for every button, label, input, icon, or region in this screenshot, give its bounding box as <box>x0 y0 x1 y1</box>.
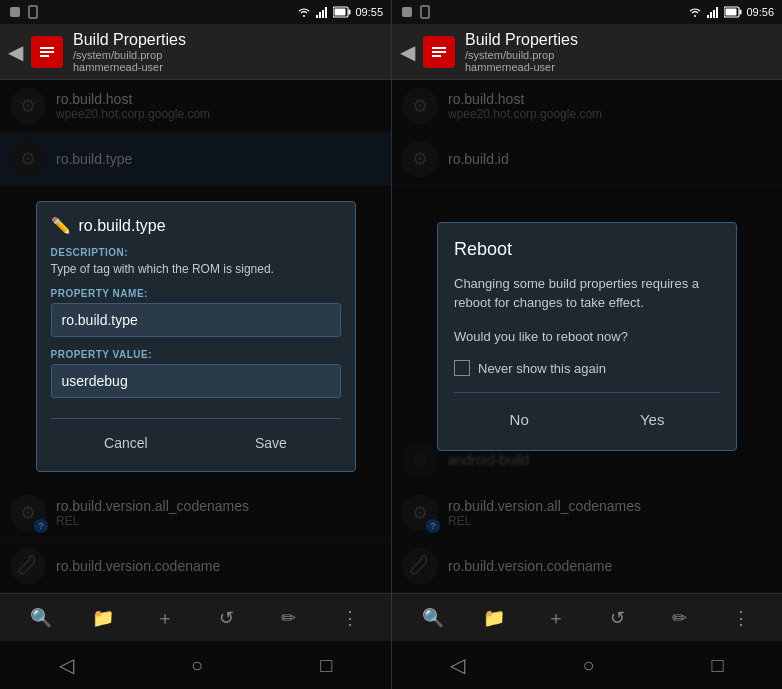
svg-rect-1 <box>13 13 17 17</box>
app-icon-left <box>31 36 63 68</box>
checkbox-row: Never show this again <box>454 360 720 376</box>
back-nav-right[interactable]: ◁ <box>450 653 465 677</box>
svg-rect-25 <box>432 47 446 49</box>
recent-nav-left[interactable]: □ <box>320 654 332 677</box>
reboot-buttons: No Yes <box>454 405 720 434</box>
back-arrow-right[interactable]: ◀ <box>400 40 415 64</box>
svg-rect-16 <box>421 6 429 18</box>
wifi-icon <box>297 5 311 19</box>
reboot-divider <box>454 392 720 393</box>
yes-button[interactable]: Yes <box>612 405 692 434</box>
status-right-right: 09:56 <box>688 5 774 19</box>
nav-bar-left: ◁ ○ □ <box>0 641 391 689</box>
svg-rect-9 <box>335 9 346 16</box>
never-show-checkbox[interactable] <box>454 360 470 376</box>
home-nav-left[interactable]: ○ <box>191 654 203 677</box>
signal-icon-r <box>706 5 720 19</box>
more-toolbar-icon[interactable]: ⋮ <box>334 602 366 634</box>
edit-dialog-title: ✏️ ro.build.type <box>51 216 341 235</box>
notification-icon <box>8 5 22 19</box>
folder-toolbar-icon-r[interactable]: 📁 <box>478 602 510 634</box>
svg-rect-19 <box>713 10 715 18</box>
recent-nav-right[interactable]: □ <box>711 654 723 677</box>
status-bar-left: 09:55 <box>0 0 391 24</box>
app-title-left: Build Properties <box>73 31 383 49</box>
property-value-input[interactable] <box>51 364 341 398</box>
left-panel: 09:55 ◀ Build Properties /system/build.p… <box>0 0 391 689</box>
property-name-label: PROPERTY NAME: <box>51 288 341 299</box>
right-panel: 09:56 ◀ Build Properties /system/build.p… <box>391 0 782 689</box>
nav-bar-right: ◁ ○ □ <box>392 641 782 689</box>
status-icons-right <box>400 5 432 19</box>
status-icons-left <box>8 5 40 19</box>
status-bar-right: 09:56 <box>392 0 782 24</box>
app-header-right: ◀ Build Properties /system/build.prop ha… <box>392 24 782 80</box>
svg-rect-17 <box>707 15 709 18</box>
svg-rect-20 <box>716 7 718 18</box>
svg-rect-11 <box>40 47 54 49</box>
svg-rect-23 <box>726 9 737 16</box>
app-subtitle2-right: hammernead-user <box>465 61 774 73</box>
svg-rect-8 <box>349 10 351 15</box>
svg-rect-5 <box>322 10 324 18</box>
folder-toolbar-icon[interactable]: 📁 <box>87 602 119 634</box>
more-toolbar-icon-r[interactable]: ⋮ <box>725 602 757 634</box>
battery-icon <box>333 6 351 18</box>
reboot-message1: Changing some build properties requires … <box>454 274 720 313</box>
wifi-icon-r <box>688 5 702 19</box>
property-value-label: PROPERTY VALUE: <box>51 349 341 360</box>
app-subtitle1-left: /system/build.prop <box>73 49 383 61</box>
sd-icon-r <box>418 5 432 19</box>
svg-rect-15 <box>405 13 409 17</box>
search-toolbar-icon[interactable]: 🔍 <box>25 602 57 634</box>
cancel-button[interactable]: Cancel <box>80 429 172 457</box>
pencil-icon: ✏️ <box>51 216 71 235</box>
time-left: 09:55 <box>355 6 383 18</box>
app-subtitle2-left: hammernead-user <box>73 61 383 73</box>
edit-toolbar-icon[interactable]: ✏ <box>272 602 304 634</box>
svg-rect-22 <box>740 10 742 15</box>
reboot-dialog-overlay: Reboot Changing some build properties re… <box>392 80 782 593</box>
app-title-right: Build Properties <box>465 31 774 49</box>
battery-icon-r <box>724 6 742 18</box>
edit-toolbar-icon-r[interactable]: ✏ <box>663 602 695 634</box>
svg-rect-12 <box>40 51 54 53</box>
app-icon-right <box>423 36 455 68</box>
svg-rect-6 <box>325 7 327 18</box>
app-header-text-left: Build Properties /system/build.prop hamm… <box>73 31 383 73</box>
bottom-toolbar-left: 🔍 📁 ＋ ↺ ✏ ⋮ <box>0 593 391 641</box>
app-header-left: ◀ Build Properties /system/build.prop ha… <box>0 24 391 80</box>
svg-rect-26 <box>432 51 446 53</box>
description-text: Type of tag with which the ROM is signed… <box>51 262 341 276</box>
app-subtitle1-right: /system/build.prop <box>465 49 774 61</box>
reboot-title: Reboot <box>454 239 720 260</box>
property-list-right: ⚙ ro.build.host wpee20.hot.corp.google.c… <box>392 80 782 593</box>
add-toolbar-icon[interactable]: ＋ <box>149 602 181 634</box>
search-toolbar-icon-r[interactable]: 🔍 <box>417 602 449 634</box>
svg-rect-3 <box>316 15 318 18</box>
svg-rect-13 <box>40 55 49 57</box>
save-button[interactable]: Save <box>231 429 311 457</box>
refresh-toolbar-icon[interactable]: ↺ <box>210 602 242 634</box>
back-nav-left[interactable]: ◁ <box>59 653 74 677</box>
edit-dialog: ✏️ ro.build.type DESCRIPTION: Type of ta… <box>36 201 356 472</box>
reboot-dialog: Reboot Changing some build properties re… <box>437 222 737 452</box>
edit-title-text: ro.build.type <box>79 217 166 235</box>
signal-icon <box>315 5 329 19</box>
svg-rect-4 <box>319 12 321 18</box>
svg-rect-27 <box>432 55 441 57</box>
notification-icon-r <box>400 5 414 19</box>
checkbox-label: Never show this again <box>478 361 606 376</box>
edit-dialog-buttons: Cancel Save <box>51 418 341 457</box>
svg-rect-18 <box>710 12 712 18</box>
svg-rect-2 <box>29 6 37 18</box>
sd-icon <box>26 5 40 19</box>
property-list-left: ⚙ ro.build.host wpee20.hot.corp.google.c… <box>0 80 391 593</box>
home-nav-right[interactable]: ○ <box>582 654 594 677</box>
refresh-toolbar-icon-r[interactable]: ↺ <box>602 602 634 634</box>
time-right: 09:56 <box>746 6 774 18</box>
property-name-input[interactable] <box>51 303 341 337</box>
back-arrow-left[interactable]: ◀ <box>8 40 23 64</box>
no-button[interactable]: No <box>482 405 557 434</box>
add-toolbar-icon-r[interactable]: ＋ <box>540 602 572 634</box>
